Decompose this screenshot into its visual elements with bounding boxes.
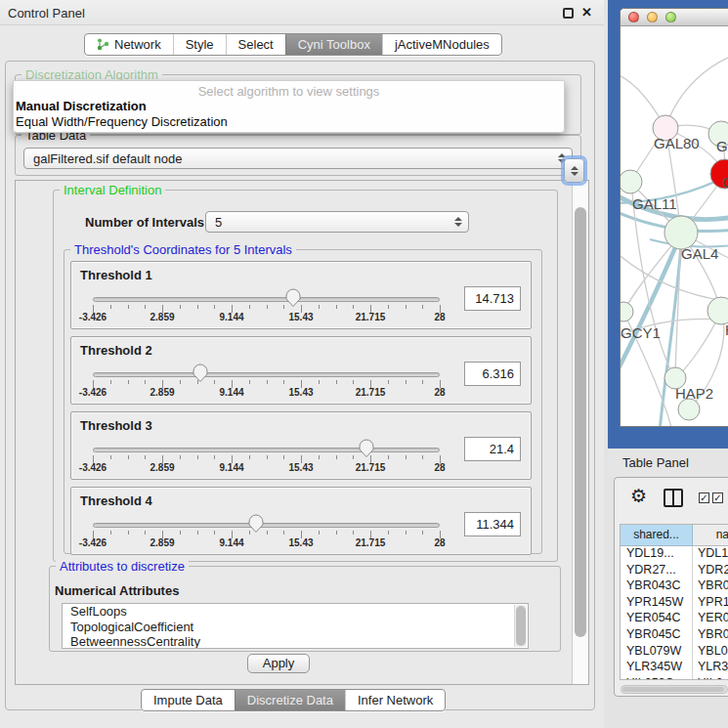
threshold-box-3: Threshold 3-3.4262.8599.14415.4321.71528… (70, 411, 532, 480)
threshold-value-field[interactable]: 11.344 (464, 512, 521, 536)
slider-thumb[interactable] (247, 514, 265, 534)
tab-infer-network[interactable]: Infer Network (345, 690, 445, 710)
zoom-traffic-light-icon[interactable] (665, 12, 676, 22)
checkbox-checked-icon[interactable]: ✓ (699, 492, 709, 503)
slider-tick-labels: -3.4262.8599.14415.4321.71528 (93, 462, 440, 474)
tab-style[interactable]: Style (173, 34, 226, 55)
cell-name: YBR0 (693, 627, 728, 644)
network-node[interactable] (664, 216, 698, 249)
table-row[interactable]: YBR045CYBR0 (621, 627, 728, 644)
cell-name: YBL0 (693, 644, 728, 661)
threshold-box-2: Threshold 2-3.4262.8599.14415.4321.71528… (70, 336, 532, 405)
table-row[interactable]: YDL19...YDL1 (621, 546, 728, 563)
table-row[interactable]: YER054CYER0 (621, 611, 728, 627)
slider-thumb[interactable] (192, 364, 209, 383)
settings-scrollpane: Interval Definition Number of Intervals … (15, 180, 589, 685)
close-traffic-light-icon[interactable] (628, 12, 639, 22)
slider-track[interactable] (93, 372, 440, 377)
control-panel-titlebar: Control Panel ✕ (0, 0, 604, 25)
cell-shared-name: YIL053C (621, 676, 693, 680)
tab-cyni-toolbox[interactable]: Cyni Toolbox (285, 34, 382, 55)
gear-icon[interactable]: ⚙ (630, 485, 647, 507)
attribute-list-item[interactable]: BetweennessCentrality (63, 634, 528, 649)
node-label: GA (716, 138, 728, 154)
number-of-intervals-value: 5 (206, 212, 468, 230)
tab-discretize-data[interactable]: Discretize Data (235, 690, 345, 710)
attribute-list-item[interactable]: TopologicalCoefficient (63, 620, 528, 635)
node-table: shared...na YDL19...YDL1YDR27...YDR2YBR0… (620, 524, 728, 680)
cell-shared-name: YBR045C (621, 627, 693, 644)
slider-track[interactable] (93, 297, 440, 302)
table-row[interactable]: YLR345WYLR3 (621, 660, 728, 676)
cell-shared-name: YDL19... (621, 546, 693, 563)
column-header[interactable]: shared... (621, 525, 693, 546)
threshold-value-field[interactable]: 14.713 (464, 286, 521, 311)
list-scrollbar[interactable] (514, 605, 527, 647)
node-label: GCY1 (621, 324, 661, 341)
network-node[interactable] (621, 170, 642, 193)
tab-select[interactable]: Select (226, 34, 285, 55)
numerical-attributes-list: SelfLoopsTopologicalCoefficientBetweenne… (62, 603, 529, 649)
table-row[interactable]: YDR27...YDR2 (621, 563, 728, 579)
settings-scrollbar[interactable] (572, 181, 588, 684)
attribute-list-item[interactable]: SelfLoops (63, 604, 528, 620)
table-panel-toolbar: ⚙ ✓ ✓ (615, 478, 728, 521)
cell-shared-name: YBR043C (621, 578, 693, 595)
network-node[interactable] (621, 302, 633, 321)
number-of-intervals-combo[interactable]: 5 (205, 211, 469, 233)
cyni-toolbox-panel: Discretization Algorithm Table Data galF… (5, 61, 595, 710)
tab-jactivemnodules[interactable]: jActiveMNodules (382, 34, 501, 55)
network-icon (97, 38, 109, 51)
network-window-titlebar (621, 9, 728, 26)
slider-track[interactable] (93, 448, 440, 452)
table-data-combo[interactable]: galFiltered.sif default node (23, 148, 573, 169)
network-window[interactable]: GAL80GACGAL11GAL4GCY1HHAP2 (620, 8, 728, 427)
slider-thumb[interactable] (284, 288, 302, 308)
attributes-title: Attributes to discretize (56, 559, 189, 574)
table-row[interactable]: YPR145WYPR1 (621, 595, 728, 612)
slider-track[interactable] (93, 523, 440, 528)
column-header[interactable]: na (693, 525, 728, 546)
cell-name: YLR3 (693, 660, 728, 676)
panel-title: Control Panel (8, 6, 85, 21)
algorithm-combo-stepper[interactable] (564, 158, 584, 183)
threshold-label: Threshold 1 (80, 268, 152, 282)
checkbox-checked-icon[interactable]: ✓ (712, 492, 723, 503)
control-panel: Control Panel ✕ NetworkStyleSelectCyni T… (0, 0, 604, 728)
threshold-label: Threshold 3 (80, 418, 152, 433)
threshold-value-field[interactable]: 6.316 (464, 362, 521, 386)
minimize-traffic-light-icon[interactable] (647, 12, 658, 22)
tab-label: Select (238, 34, 274, 55)
tab-label: Style (186, 34, 214, 55)
algorithm-option[interactable]: Equal Width/Frequency Discretization (14, 114, 564, 130)
tab-impute-data[interactable]: Impute Data (142, 690, 235, 710)
desktop-area: GAL80GACGAL11GAL4GCY1HHAP2 Table Panel ⚙… (604, 0, 728, 728)
threshold-box-1: Threshold 1-3.4262.8599.14415.4321.71528… (70, 261, 532, 329)
close-icon[interactable]: ✕ (581, 5, 592, 20)
slider-thumb[interactable] (358, 439, 375, 458)
network-node[interactable] (678, 399, 700, 420)
slider-tick-labels: -3.4262.8599.14415.4321.71528 (93, 537, 440, 549)
stepper-icon (454, 217, 462, 227)
table-horizontal-scrollbar[interactable] (621, 685, 728, 694)
node-label: GAL4 (681, 245, 718, 262)
cell-name: YPR1 (693, 595, 728, 612)
network-node[interactable] (707, 297, 728, 324)
algorithm-option[interactable]: Manual Discretization (14, 99, 564, 114)
number-of-intervals-label: Number of Intervals (85, 215, 204, 230)
stepper-icon (571, 166, 578, 176)
network-canvas[interactable]: GAL80GACGAL11GAL4GCY1HHAP2 (621, 26, 728, 427)
split-panel-icon[interactable] (664, 489, 683, 507)
tab-network[interactable]: Network (85, 34, 173, 55)
table-row[interactable]: YBL079WYBL0 (621, 644, 728, 661)
cell-name: YER0 (693, 611, 728, 627)
bottom-tab-bar: Impute DataDiscretize DataInfer Network (141, 689, 446, 711)
table-row[interactable]: YBR043CYBR0 (621, 578, 728, 595)
table-row[interactable]: YIL053CYIL0 (621, 676, 728, 680)
threshold-value-field[interactable]: 21.4 (464, 437, 521, 461)
float-window-icon[interactable] (563, 8, 574, 19)
thresholds-title: Threshold's Coordinates for 5 Intervals (70, 242, 296, 257)
network-edge[interactable] (665, 54, 728, 128)
cell-shared-name: YLR345W (621, 660, 693, 676)
apply-button[interactable]: Apply (247, 654, 310, 673)
